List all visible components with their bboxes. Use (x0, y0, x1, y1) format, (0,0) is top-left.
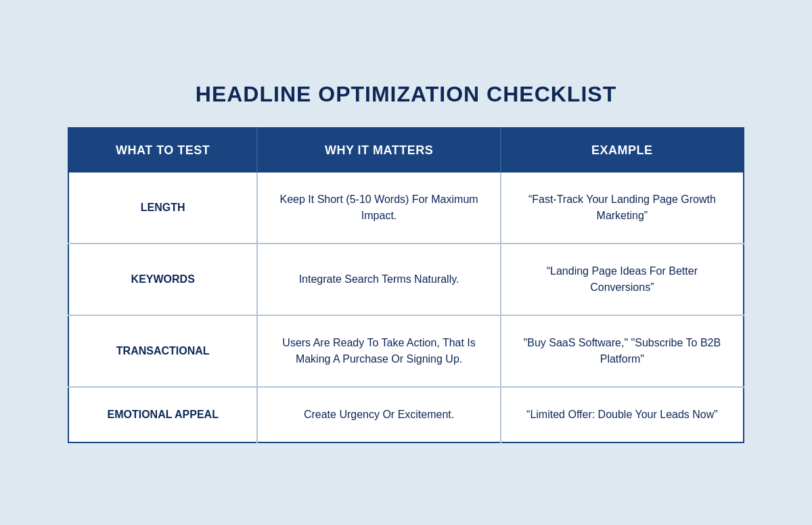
header-example: EXAMPLE (501, 128, 744, 173)
row-2-example: “Landing Page Ideas For Better Conversio… (501, 244, 744, 315)
row-1-why: Keep It Short (5-10 Words) For Maximum I… (257, 173, 500, 244)
row-1-what: LENGTH (68, 173, 257, 244)
row-3-example: "Buy SaaS Software," "Subscribe To B2B P… (501, 315, 744, 387)
row-3-why: Users Are Ready To Take Action, That Is … (257, 315, 500, 387)
table-header: WHAT TO TEST WHY IT MATTERS EXAMPLE (68, 128, 744, 173)
table-body: LENGTH Keep It Short (5-10 Words) For Ma… (68, 173, 744, 442)
table-row: TRANSACTIONAL Users Are Ready To Take Ac… (68, 315, 744, 387)
table-row: KEYWORDS Integrate Search Terms Naturall… (68, 244, 744, 315)
row-2-what: KEYWORDS (68, 244, 257, 315)
page-title: HEADLINE OPTIMIZATION CHECKLIST (196, 82, 616, 107)
row-3-what: TRANSACTIONAL (68, 315, 257, 387)
checklist-table: WHAT TO TEST WHY IT MATTERS EXAMPLE LENG… (68, 127, 744, 443)
header-what-to-test: WHAT TO TEST (68, 128, 257, 173)
row-1-example: “Fast-Track Your Landing Page Growth Mar… (501, 173, 744, 244)
row-2-why: Integrate Search Terms Naturally. (257, 244, 500, 315)
table-row: LENGTH Keep It Short (5-10 Words) For Ma… (68, 173, 744, 244)
table-row: EMOTIONAL APPEAL Create Urgency Or Excit… (68, 387, 744, 442)
row-4-why: Create Urgency Or Excitement. (257, 387, 500, 442)
header-why-it-matters: WHY IT MATTERS (257, 128, 500, 173)
header-row: WHAT TO TEST WHY IT MATTERS EXAMPLE (68, 128, 744, 173)
page-container: HEADLINE OPTIMIZATION CHECKLIST WHAT TO … (0, 0, 812, 525)
row-4-example: “Limited Offer: Double Your Leads Now” (501, 387, 744, 442)
row-4-what: EMOTIONAL APPEAL (68, 387, 257, 442)
